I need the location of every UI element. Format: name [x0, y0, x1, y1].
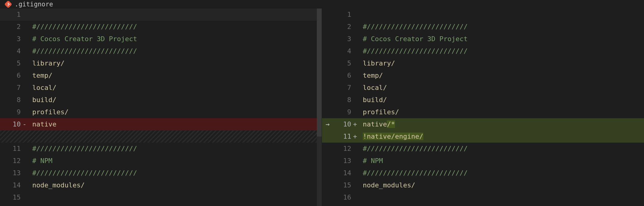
line-number: 13 [0, 167, 23, 179]
code-line[interactable]: 6temp/ [322, 69, 644, 82]
code-content: build/ [32, 94, 322, 106]
code-line[interactable]: 1 [0, 9, 322, 21]
code-line[interactable]: 4#///////////////////////// [322, 45, 644, 57]
code-line[interactable]: 2#///////////////////////// [0, 21, 322, 33]
code-line[interactable]: 8build/ [322, 94, 644, 106]
code-line[interactable]: 16 [322, 191, 644, 204]
diff-marker: + [353, 130, 359, 143]
code-line[interactable]: 6temp/ [0, 69, 322, 82]
line-number: 9 [331, 106, 353, 118]
diff-marker: + [353, 118, 359, 130]
code-content: #///////////////////////// [32, 143, 322, 155]
code-content: node_modules/ [363, 179, 644, 191]
code-line[interactable]: →10+native/* [322, 118, 644, 130]
code-line[interactable]: 13# NPM [322, 155, 644, 167]
line-number: 8 [0, 94, 23, 106]
line-number: 14 [331, 167, 353, 179]
code-line[interactable]: 14#///////////////////////// [322, 167, 644, 179]
diff-marker: - [23, 118, 29, 130]
code-content: build/ [363, 94, 644, 106]
line-number: 13 [331, 155, 353, 167]
line-number: 7 [0, 82, 23, 94]
code-line[interactable]: 12# NPM [0, 155, 322, 167]
line-number: 14 [0, 179, 23, 191]
line-number: 1 [331, 9, 353, 21]
line-number: 3 [331, 33, 353, 45]
minimap[interactable] [317, 9, 322, 206]
line-number: 4 [331, 45, 353, 57]
code-content: #///////////////////////// [363, 45, 644, 57]
line-number: 8 [331, 94, 353, 106]
code-content: !native/engine/ [363, 130, 644, 143]
code-line[interactable]: 3# Cocos Creator 3D Project [322, 33, 644, 45]
code-line[interactable]: 9profiles/ [0, 106, 322, 118]
line-number: 16 [331, 191, 353, 204]
code-content: temp/ [32, 69, 322, 82]
code-content: # NPM [32, 155, 322, 167]
line-number: 9 [0, 106, 23, 118]
code-line[interactable]: 9profiles/ [322, 106, 644, 118]
code-content: #///////////////////////// [363, 167, 644, 179]
git-icon [5, 1, 12, 8]
code-content: #///////////////////////// [32, 167, 322, 179]
code-content: profiles/ [32, 106, 322, 118]
code-line[interactable]: 7local/ [322, 82, 644, 94]
diff-panes: 12#/////////////////////////3# Cocos Cre… [0, 9, 644, 206]
code-line[interactable]: 11#///////////////////////// [0, 143, 322, 155]
scroll-thumb[interactable] [317, 9, 322, 137]
code-line[interactable]: 11+!native/engine/ [322, 130, 644, 143]
code-line[interactable]: 2#///////////////////////// [322, 21, 644, 33]
line-number: 10 [331, 118, 353, 130]
code-line[interactable]: 1 [322, 9, 644, 21]
line-number: 5 [331, 57, 353, 69]
editor-tab-gitignore[interactable]: .gitignore [5, 1, 53, 8]
line-number: 10 [0, 118, 23, 130]
code-line[interactable]: 13#///////////////////////// [0, 167, 322, 179]
code-content: profiles/ [363, 106, 644, 118]
code-line[interactable]: 8build/ [0, 94, 322, 106]
code-line[interactable]: 15node_modules/ [322, 179, 644, 191]
tab-filename: .gitignore [15, 1, 53, 8]
diff-pane-modified[interactable]: 12#/////////////////////////3# Cocos Cre… [322, 9, 644, 206]
tab-bar: .gitignore [0, 0, 644, 9]
revert-arrow-icon[interactable]: → [323, 118, 332, 130]
code-content: # Cocos Creator 3D Project [32, 33, 322, 45]
code-line[interactable]: 7local/ [0, 82, 322, 94]
line-number: 11 [331, 130, 353, 143]
code-line[interactable]: 5library/ [322, 57, 644, 69]
code-content: library/ [363, 57, 644, 69]
code-content: native [32, 118, 322, 130]
code-line[interactable]: 10-native [0, 118, 322, 130]
code-content: # Cocos Creator 3D Project [363, 33, 644, 45]
line-number: 6 [331, 69, 353, 82]
line-number: 7 [331, 82, 353, 94]
code-content: # NPM [363, 155, 644, 167]
line-number: 15 [331, 179, 353, 191]
code-line[interactable]: 5library/ [0, 57, 322, 69]
line-number: 2 [331, 21, 353, 33]
line-number: 2 [0, 21, 23, 33]
code-content: node_modules/ [32, 179, 322, 191]
line-number: 11 [0, 143, 23, 155]
code-line[interactable]: 4#///////////////////////// [0, 45, 322, 57]
code-content: local/ [32, 82, 322, 94]
line-number: 3 [0, 33, 23, 45]
code-content: #///////////////////////// [32, 21, 322, 33]
code-content: temp/ [363, 69, 644, 82]
code-line[interactable]: 12#///////////////////////// [322, 143, 644, 155]
code-content: library/ [32, 57, 322, 69]
line-number: 1 [0, 9, 23, 21]
diff-pane-original[interactable]: 12#/////////////////////////3# Cocos Cre… [0, 9, 322, 206]
code-content: native/* [363, 118, 644, 130]
line-number: 12 [0, 155, 23, 167]
line-number: 4 [0, 45, 23, 57]
code-line[interactable]: 14node_modules/ [0, 179, 322, 191]
diff-filler [0, 130, 322, 143]
code-line[interactable]: 3# Cocos Creator 3D Project [0, 33, 322, 45]
code-content: #///////////////////////// [32, 45, 322, 57]
code-content: #///////////////////////// [363, 21, 644, 33]
line-number: 12 [331, 143, 353, 155]
code-line[interactable]: 15 [0, 191, 322, 204]
code-content: #///////////////////////// [363, 143, 644, 155]
line-number: 15 [0, 191, 23, 204]
